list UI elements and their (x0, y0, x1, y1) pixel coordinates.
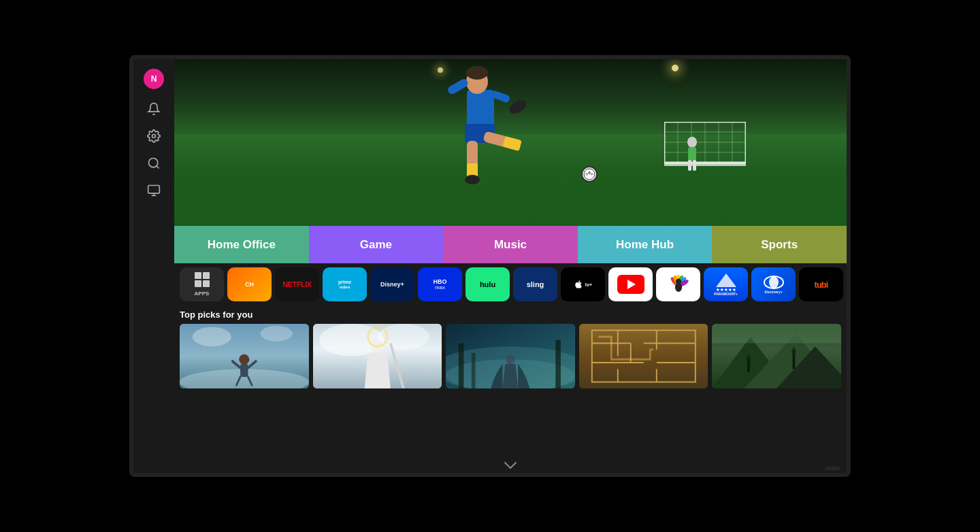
notifications-icon[interactable] (146, 101, 161, 116)
pick-card-5[interactable] (712, 324, 841, 388)
svg-rect-30 (688, 160, 691, 171)
discovery-inner: discovery+ (751, 267, 796, 301)
hero-goal-svg (664, 122, 746, 176)
svg-rect-31 (693, 160, 696, 171)
tubi-inner: tubi (799, 267, 843, 301)
category-tabs: Home Office Game Music Home Hub Sports (174, 226, 847, 263)
svg-rect-93 (712, 324, 841, 344)
app-discovery-plus[interactable]: discovery+ (751, 267, 796, 301)
app-youtube[interactable] (608, 267, 653, 301)
svg-rect-96 (793, 353, 796, 369)
pick-5-art (712, 324, 841, 388)
svg-line-2 (157, 166, 159, 169)
peacock-icon (664, 270, 693, 299)
svg-point-54 (193, 327, 231, 347)
app-paramount-plus[interactable]: ★★★★★ PARAMOUNT+ (704, 267, 748, 301)
svg-point-1 (149, 159, 158, 167)
pick-1-art (180, 324, 309, 388)
app-lg-channels[interactable]: CH (227, 267, 272, 301)
youtube-play-icon (627, 280, 636, 289)
tab-home-office[interactable]: Home Office (174, 226, 309, 263)
top-picks-section: Top picks for you (174, 305, 847, 459)
svg-rect-58 (240, 364, 248, 377)
svg-rect-73 (459, 344, 464, 389)
app-apple-tv[interactable]: tv+ (561, 267, 605, 301)
all-apps-grid-icon (195, 272, 210, 287)
svg-rect-3 (148, 186, 160, 194)
svg-marker-77 (503, 364, 519, 388)
paramount-label: PARAMOUNT+ (714, 292, 738, 296)
svg-rect-29 (688, 147, 696, 161)
app-peacock[interactable] (656, 267, 700, 301)
svg-marker-67 (364, 353, 390, 388)
sling-label: sling (527, 280, 544, 288)
svg-point-0 (152, 135, 156, 138)
pick-card-3[interactable] (446, 324, 575, 388)
app-hulu[interactable]: hulu (466, 267, 510, 301)
tv-frame: N (129, 55, 851, 477)
tab-sports[interactable]: Sports (712, 226, 847, 263)
hbomax-inner: HBO max (434, 279, 447, 290)
svg-rect-78 (579, 324, 708, 388)
svg-rect-74 (555, 340, 561, 388)
svg-point-46 (769, 276, 779, 288)
profile-icon[interactable] (146, 183, 161, 198)
tab-game[interactable]: Game (309, 226, 444, 263)
paramount-mountain-icon (716, 273, 736, 287)
sidebar: N (133, 59, 174, 473)
hero-banner (174, 59, 847, 226)
app-prime-video[interactable]: prime video (323, 267, 367, 301)
app-netflix[interactable]: NETFLIX (275, 267, 319, 301)
top-picks-grid (180, 324, 841, 388)
svg-rect-16 (502, 136, 521, 151)
prime-inner: prime video (338, 280, 351, 289)
hero-player-svg (409, 63, 545, 212)
all-apps-label: APPS (195, 290, 210, 297)
app-tubi[interactable]: tubi (799, 267, 843, 301)
stadium-lights (672, 65, 679, 71)
settings-icon[interactable] (146, 129, 161, 144)
app-all-apps[interactable]: APPS (180, 267, 224, 301)
peacock-inner (656, 267, 700, 301)
apps-row: APPS CH NETFLIX prime video Di (174, 263, 847, 305)
svg-point-44 (675, 279, 681, 284)
svg-rect-9 (446, 78, 470, 95)
discovery-label: discovery+ (764, 290, 782, 294)
tab-home-hub[interactable]: Home Hub (578, 226, 713, 263)
bottom-bar (174, 459, 847, 473)
discovery-logo (764, 276, 784, 289)
disney-label: Disney+ (380, 281, 404, 288)
pick-card-2[interactable] (313, 324, 442, 388)
pick-card-4[interactable] (579, 324, 708, 388)
app-hbo-max[interactable]: HBO max (418, 267, 462, 301)
svg-point-14 (465, 175, 480, 184)
paramount-stars: ★★★★★ (716, 287, 736, 292)
scroll-down-icon[interactable] (504, 461, 517, 471)
svg-point-28 (687, 137, 697, 148)
main-content: Home Office Game Music Home Hub Sports A… (174, 59, 847, 473)
app-sling[interactable]: sling (513, 267, 557, 301)
tv-brand: VIZIO (826, 465, 840, 471)
hulu-label: hulu (480, 280, 495, 288)
tab-music[interactable]: Music (443, 226, 578, 263)
svg-point-55 (261, 326, 293, 342)
youtube-inner (608, 267, 653, 301)
netflix-label: NETFLIX (282, 280, 311, 288)
youtube-logo (617, 275, 644, 294)
appletv-inner: tv+ (574, 280, 592, 289)
top-picks-label: Top picks for you (180, 310, 841, 320)
svg-rect-75 (472, 353, 476, 388)
pick-card-1[interactable] (180, 324, 309, 388)
search-icon[interactable] (146, 156, 161, 171)
app-disney-plus[interactable]: Disney+ (370, 267, 414, 301)
user-avatar[interactable]: N (144, 69, 164, 89)
tubi-label: tubi (815, 280, 828, 290)
pick-4-art (579, 324, 708, 388)
paramount-inner: ★★★★★ PARAMOUNT+ (704, 267, 748, 301)
svg-rect-94 (747, 359, 750, 372)
hero-goalkeeper-svg (685, 137, 699, 171)
appletv-text: tv+ (585, 282, 592, 287)
svg-point-65 (377, 324, 429, 350)
pick-3-art (446, 324, 575, 388)
svg-rect-27 (664, 163, 746, 166)
